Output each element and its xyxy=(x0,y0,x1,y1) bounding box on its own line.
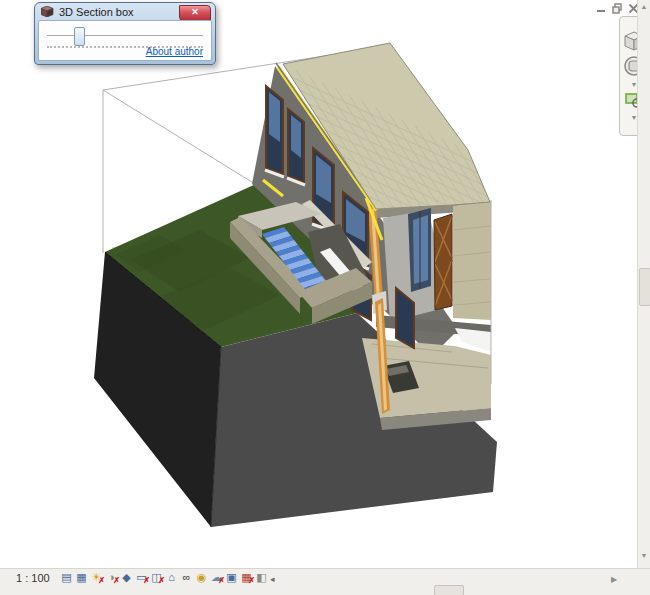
scroll-down-arrow[interactable]: ▼ xyxy=(640,552,648,559)
about-author-link[interactable]: About author xyxy=(146,46,203,57)
shadows-icon[interactable]: ◑✗ xyxy=(105,571,118,584)
viewport-window-controls xyxy=(596,3,639,14)
reveal-hidden-elements-icon[interactable]: ◉ xyxy=(195,571,208,584)
horizontal-scroll-arrow[interactable]: ▶ xyxy=(611,575,617,584)
show-rendering-dialog-icon[interactable]: ◆ xyxy=(120,571,133,584)
dialog-title: 3D Section box xyxy=(59,6,134,18)
section-slider-track[interactable] xyxy=(47,35,203,36)
horizontal-scroll-thumb[interactable] xyxy=(434,585,464,595)
disabled-x-mark: ✗ xyxy=(98,574,105,587)
dialog-body: About author xyxy=(38,20,212,61)
temporary-view-properties-icon[interactable]: ▣ xyxy=(225,571,238,584)
disabled-x-mark: ✗ xyxy=(248,574,255,587)
locked-3d-view-icon[interactable]: ⌂ xyxy=(165,571,178,584)
scroll-up-arrow[interactable]: ▲ xyxy=(640,3,648,10)
sun-path-icon[interactable]: ☀✗ xyxy=(90,571,103,584)
window[interactable] xyxy=(265,86,284,177)
window[interactable] xyxy=(287,109,305,185)
disabled-x-mark: ✗ xyxy=(143,574,150,587)
disabled-x-mark: ✗ xyxy=(218,574,225,587)
highlight-displacement-icon[interactable]: ◧ xyxy=(255,571,268,584)
disabled-x-mark: ✗ xyxy=(113,574,120,587)
section-slider-thumb[interactable] xyxy=(74,27,85,46)
analytical-model-icon[interactable]: ▦✗ xyxy=(240,571,253,584)
view-control-bar: 1 : 100 ▤▦☀✗◑✗◆▭✗◫✗⌂∞◉☁✗▣▦✗◧ ◂ ▶ xyxy=(0,568,650,595)
show-crop-region-icon[interactable]: ◫✗ xyxy=(150,571,163,584)
minimize-icon[interactable] xyxy=(596,3,607,14)
crop-view-icon[interactable]: ▭✗ xyxy=(135,571,148,584)
temporary-hide-isolate-icon[interactable]: ∞ xyxy=(180,571,193,584)
restore-icon[interactable] xyxy=(612,3,623,14)
visual-style-icon[interactable]: ▦ xyxy=(75,571,88,584)
vertical-scroll-thumb[interactable] xyxy=(639,268,650,306)
dialog-close-button[interactable]: ✕ xyxy=(179,5,211,21)
dialog-app-icon xyxy=(41,6,54,17)
view-scale-button[interactable]: 1 : 100 xyxy=(16,572,50,584)
vertical-scrollbar[interactable]: ▲ ▼ xyxy=(637,0,650,568)
worksharing-display-icon[interactable]: ☁✗ xyxy=(210,571,223,584)
disabled-x-mark: ✗ xyxy=(158,574,165,587)
detail-level-icon[interactable]: ▤ xyxy=(60,571,73,584)
section-view-3d[interactable] xyxy=(0,0,637,568)
view-control-icons: ▤▦☀✗◑✗◆▭✗◫✗⌂∞◉☁✗▣▦✗◧ xyxy=(60,571,268,584)
section-box-dialog[interactable]: 3D Section box ✕ About author xyxy=(34,2,216,65)
view-bar-expander-arrow[interactable]: ◂ xyxy=(270,572,275,587)
model-viewport[interactable] xyxy=(0,0,638,568)
